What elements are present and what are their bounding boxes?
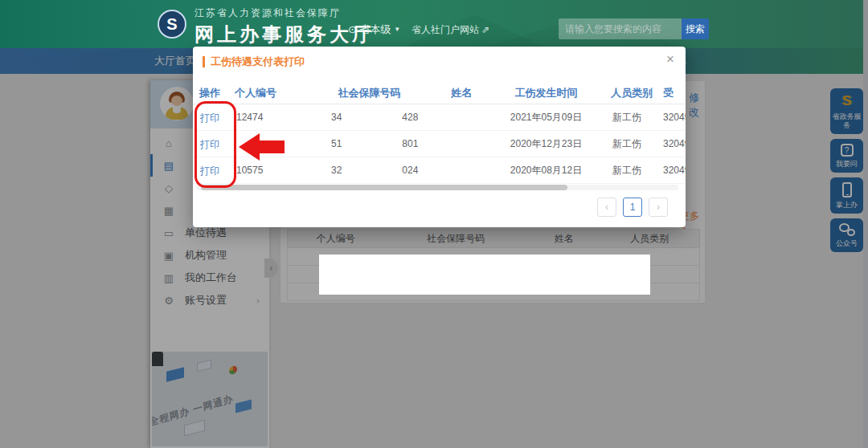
ssn-fragment: 024	[402, 165, 418, 176]
column-header: 个人编号	[227, 86, 307, 100]
accept-no-cell: 32049	[663, 112, 686, 123]
site-logo-icon: S	[158, 10, 186, 39]
close-icon[interactable]: ×	[666, 51, 674, 67]
column-header: 人员类别	[600, 86, 663, 100]
print-table: 操作 个人编号 社会保障号码 姓名 工伤发生时间 人员类别 受 打印 12474…	[193, 82, 686, 184]
ssn-fragment: 428	[402, 112, 418, 123]
ssn-cell: 51 801	[307, 138, 432, 149]
portal-link-label: 省人社门户网站	[411, 24, 479, 35]
current-page-button[interactable]: 1	[623, 198, 642, 217]
table-row: 打印 10575 32 024 2020年08月12日 新工伤 32049	[193, 157, 686, 184]
table-row: 打印 12474 34 428 2021年05月09日 新工伤 32049	[193, 104, 686, 131]
external-link-icon: ⇗	[481, 24, 489, 35]
ssn-cell: 34 428	[307, 112, 432, 123]
column-header: 姓名	[432, 86, 492, 100]
ssn-fragment: 801	[402, 138, 418, 149]
column-header: 操作	[193, 86, 227, 100]
chevron-down-icon: ▼	[394, 26, 400, 33]
page-scrollbar[interactable]	[863, 0, 868, 448]
person-type-cell: 新工伤	[600, 164, 663, 177]
horizontal-scrollbar-track[interactable]	[196, 185, 678, 190]
ssn-fragment: 51	[331, 138, 342, 149]
search-button[interactable]: 搜索	[682, 18, 709, 39]
search-input[interactable]	[559, 18, 682, 39]
annotation-highlight-box	[194, 101, 236, 188]
personal-no-cell: 12474	[227, 112, 307, 123]
next-page-button[interactable]: ›	[649, 198, 668, 217]
ssn-cell: 32 024	[307, 165, 432, 176]
dialog-title: 工伤待遇支付表打印	[211, 55, 305, 69]
org-name: 江苏省人力资源和社会保障厅	[194, 6, 375, 20]
region-label: 省本级	[360, 23, 391, 35]
horizontal-scrollbar-thumb[interactable]	[201, 185, 567, 190]
redaction-overlay	[319, 255, 650, 295]
portal-site-link[interactable]: 省人社门户网站 ⇗	[411, 23, 489, 37]
column-header: 工伤发生时间	[492, 86, 600, 100]
person-type-cell: 新工伤	[600, 137, 663, 151]
column-header: 受	[663, 86, 686, 100]
prev-page-button[interactable]: ‹	[597, 198, 616, 217]
pagination: ‹ 1 ›	[597, 198, 668, 217]
accept-no-cell: 32049	[663, 165, 686, 176]
personal-no-cell: 10575	[227, 165, 307, 176]
dialog-titlebar: 工伤待遇支付表打印	[203, 55, 305, 69]
search-bar: 搜索	[559, 18, 709, 39]
title-accent-bar	[203, 56, 205, 67]
injury-date-cell: 2020年08月12日	[492, 164, 600, 177]
injury-date-cell: 2021年05月09日	[492, 111, 600, 124]
print-table-header: 操作 个人编号 社会保障号码 姓名 工伤发生时间 人员类别 受	[193, 82, 686, 104]
injury-date-cell: 2020年12月23日	[492, 137, 600, 151]
region-selector[interactable]: ⊙ 省本级 ▼	[348, 22, 400, 37]
person-type-cell: 新工伤	[600, 111, 663, 124]
location-icon: ⊙	[348, 23, 357, 35]
print-dialog: 工伤待遇支付表打印 × 操作 个人编号 社会保障号码 姓名 工伤发生时间 人员类…	[193, 47, 686, 227]
column-header: 社会保障号码	[307, 86, 432, 100]
site-header: S 江苏省人力资源和社会保障厅 网上办事服务大厅 ⊙ 省本级 ▼ 省人社门户网站…	[0, 0, 868, 48]
ssn-fragment: 32	[331, 165, 342, 176]
annotation-arrow-shaft	[258, 141, 285, 153]
ssn-fragment: 34	[331, 112, 342, 123]
annotation-arrow-icon	[239, 133, 260, 161]
accept-no-cell: 32049	[663, 138, 686, 149]
